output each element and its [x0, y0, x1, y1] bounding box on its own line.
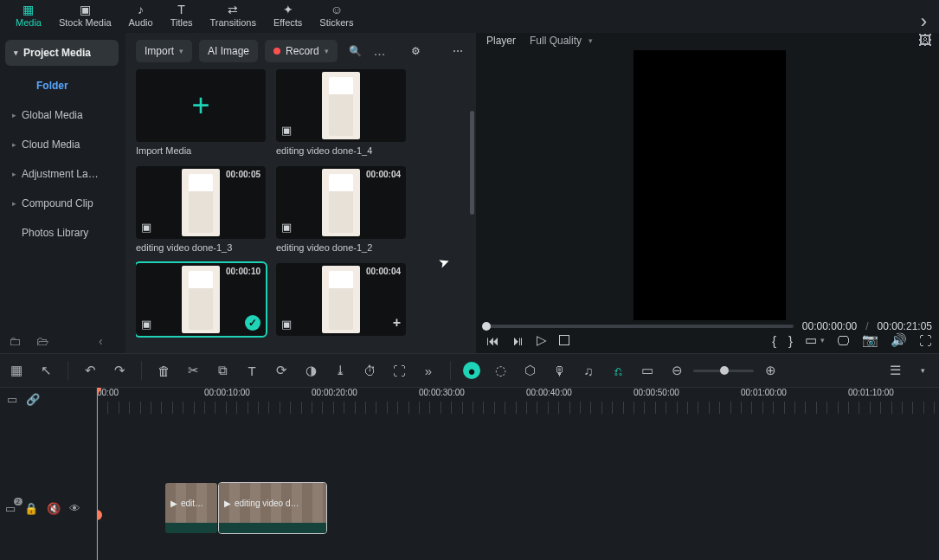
timeline-clip[interactable]: ▶edit…	[164, 482, 218, 534]
sidebar-folder[interactable]: Folder	[0, 71, 125, 100]
fullscreen-button[interactable]: ⛶	[919, 333, 932, 348]
sidebar-item-compound-clip[interactable]: ▸Compound Clip	[0, 189, 125, 218]
media-card[interactable]: ▣ editing video done-1_4	[276, 69, 406, 156]
more-button[interactable]: ⋯	[447, 40, 469, 62]
tab-effects[interactable]: ✦Effects	[265, 2, 311, 33]
timeline-ruler[interactable]: 00:00 00:00:10:00 00:00:20:00 00:00:30:0…	[97, 388, 939, 414]
play-pause-button[interactable]: ⏯	[511, 333, 524, 348]
split-button[interactable]: ✂	[183, 361, 203, 380]
export-frame-button[interactable]: ⤓	[331, 361, 350, 380]
sidebar-header-label: Project Media	[23, 47, 91, 59]
volume-button[interactable]: 🔊	[891, 332, 907, 348]
tag-button[interactable]: ⬡	[520, 361, 539, 380]
prev-frame-button[interactable]: ⏮	[486, 333, 499, 348]
marker-button[interactable]: ◌	[491, 361, 510, 380]
zoom-out-button[interactable]: ⊖	[667, 361, 686, 380]
pointer-tool[interactable]: ↖	[36, 361, 55, 380]
snapshot-icon[interactable]: 🖼	[918, 33, 932, 48]
record-button[interactable]: Record▾	[265, 40, 338, 62]
media-thumb[interactable]: ▣	[276, 69, 406, 142]
time-separator: /	[865, 320, 868, 332]
undo-button[interactable]: ↶	[80, 361, 100, 380]
media-card[interactable]: 00:00:04 ▣ + editing video done-1	[276, 263, 406, 338]
media-card[interactable]: 00:00:05 ▣ editing video done-1_3	[136, 166, 266, 253]
speed-button[interactable]: ⟳	[272, 361, 291, 380]
track-view-button[interactable]: ☰	[885, 361, 904, 380]
video-track-icon[interactable]: ▭2	[5, 502, 16, 515]
fit-button[interactable]: ⛶	[389, 361, 408, 380]
media-thumb[interactable]: 00:00:04 ▣ +	[276, 263, 406, 336]
grid-icon[interactable]: ▦	[7, 361, 26, 380]
timeline-clip-selected[interactable]: ▶editing video d…	[218, 482, 327, 534]
mark-out-button[interactable]: }	[788, 333, 793, 348]
filter-button[interactable]: ⚙	[405, 40, 428, 62]
tab-audio[interactable]: ♪Audio	[120, 2, 162, 33]
media-card[interactable]: 00:00:04 ▣ editing video done-1_2	[276, 166, 406, 253]
tab-stickers[interactable]: ☺Stickers	[311, 2, 362, 33]
scrollbar-thumb[interactable]	[470, 111, 474, 215]
media-card-selected[interactable]: 00:00:10 ▣ ✓ editing video done-1_1	[136, 263, 266, 338]
media-caption: editing video done-1_4	[276, 145, 406, 156]
frame-button[interactable]: ▭	[638, 361, 657, 380]
folder-plus-icon[interactable]: 🗁	[36, 334, 48, 348]
zoom-knob[interactable]	[720, 366, 729, 375]
display-button[interactable]: 🖵	[837, 333, 850, 348]
crop-button[interactable]: ⧉	[213, 361, 232, 380]
sidebar-item-adjustment-layer[interactable]: ▸Adjustment La…	[0, 159, 125, 189]
hide-track-icon[interactable]: 👁	[69, 502, 80, 515]
tab-transitions[interactable]: ⇄Transitions	[202, 2, 265, 33]
tab-titles[interactable]: TTitles	[162, 2, 202, 33]
add-icon[interactable]: +	[393, 315, 401, 331]
delete-button[interactable]: 🗑	[154, 361, 173, 380]
tab-stock-media[interactable]: ▣Stock Media	[50, 2, 120, 33]
redo-button[interactable]: ↷	[110, 361, 129, 380]
voice-button[interactable]: 🎙	[550, 361, 569, 380]
mark-in-button[interactable]: {	[772, 333, 776, 348]
sidebar-item-cloud-media[interactable]: ▸Cloud Media	[0, 130, 125, 159]
auto-cut-button[interactable]: ⎌	[608, 361, 627, 380]
duration-button[interactable]: ⏱	[360, 361, 379, 380]
import-button[interactable]: Import▾	[136, 40, 192, 62]
mute-track-icon[interactable]: 🔇	[47, 502, 61, 515]
quality-selector[interactable]: Full Quality▾	[530, 35, 593, 47]
sidebar-item-global-media[interactable]: ▸Global Media	[0, 100, 125, 130]
stop-button[interactable]	[559, 335, 569, 345]
text-button[interactable]: T	[242, 361, 261, 380]
media-thumb[interactable]: 00:00:10 ▣ ✓	[136, 263, 266, 336]
stickers-icon: ☺	[331, 3, 343, 16]
snapshot-button[interactable]: 📷	[862, 332, 878, 348]
zoom-in-button[interactable]: ⊕	[761, 361, 780, 380]
lock-track-icon[interactable]: 🔒	[24, 502, 38, 515]
tab-scroll-right[interactable]: ›	[916, 10, 932, 33]
search-button[interactable]: 🔍	[344, 40, 367, 62]
playhead[interactable]	[97, 388, 98, 560]
ai-image-button[interactable]: AI Image	[199, 40, 258, 62]
media-scrollbar[interactable]	[470, 76, 474, 319]
media-thumb[interactable]: 00:00:04 ▣	[276, 166, 406, 239]
media-caption: editing video done-1_3	[136, 242, 266, 253]
tab-label: Titles	[170, 17, 193, 28]
aspect-ratio-button[interactable]: ▭▾	[805, 332, 825, 348]
color-button[interactable]: ◑	[301, 361, 320, 380]
tab-media[interactable]: ▦Media	[7, 2, 50, 33]
scrub-track[interactable]	[486, 325, 794, 328]
collapse-sidebar-icon[interactable]: ‹	[99, 334, 103, 348]
scrub-handle[interactable]	[482, 322, 491, 331]
marker-green-button[interactable]: ●	[463, 362, 480, 379]
more-tools-button[interactable]: »	[419, 361, 438, 380]
link-icon[interactable]: 🔗	[26, 393, 40, 406]
import-thumb[interactable]: +	[136, 69, 266, 142]
timeline-tracks[interactable]: ▶edit… ▶editing video d…	[97, 414, 939, 560]
new-folder-icon[interactable]: 🗀	[9, 334, 21, 348]
audio-mix-button[interactable]: ♫	[579, 361, 598, 380]
media-card-import[interactable]: + Import Media	[136, 69, 266, 156]
timeline-body[interactable]: 00:00 00:00:10:00 00:00:20:00 00:00:30:0…	[97, 388, 939, 560]
sidebar-project-media[interactable]: ▾ Project Media	[5, 40, 119, 66]
track-view-caret[interactable]: ▾	[913, 361, 932, 380]
sidebar-item-photos-library[interactable]: ▸Photos Library	[0, 218, 125, 248]
global-link-icon[interactable]: ▭	[7, 393, 17, 406]
preview-canvas[interactable]	[634, 50, 786, 320]
play-button[interactable]: ▷	[537, 332, 547, 348]
zoom-track[interactable]	[693, 370, 754, 372]
media-thumb[interactable]: 00:00:05 ▣	[136, 166, 266, 239]
